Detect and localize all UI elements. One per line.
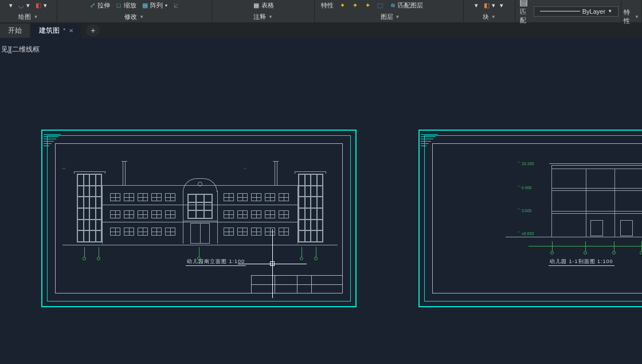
tool-match-layer[interactable]: ≋匹配图层 — [387, 1, 425, 10]
block-dd3[interactable]: ▾ — [498, 2, 505, 9]
model-viewport[interactable]: 见][二维线框 — [0, 38, 642, 364]
block-dd2[interactable]: ◧▾ — [481, 1, 497, 9]
panel-block-tools: ▾ ◧▾ ▾ — [473, 0, 505, 10]
layer-tool-2[interactable]: ✦ — [349, 1, 361, 9]
panel-modify-tools: ⤢拉伸 □缩放 ▦阵列▾ ⟀ — [87, 0, 182, 10]
match-props-label[interactable]: 匹配 — [520, 7, 528, 25]
panel-draw: ▾ ◡▾ ◧▾ 绘图▼ — [0, 0, 57, 22]
panel-layers: 特性 ✦ ✦ ✦ ⬚ ≋匹配图层 图层▼ — [315, 0, 464, 22]
tab-start-label: 开始 — [8, 26, 22, 36]
panel-layers-tools: 特性 ✦ ✦ ✦ ⬚ ≋匹配图层 — [319, 0, 425, 10]
tab-start[interactable]: 开始 — [0, 24, 30, 38]
linetype-selector[interactable]: ByLayer ▼ — [534, 6, 618, 17]
frame2-corner-hatch — [421, 132, 438, 149]
panel-draw-label[interactable]: 绘图▼ — [18, 11, 38, 22]
linetype-value: ByLayer — [582, 8, 605, 15]
building-elevation: ⏜ ⏜ ⏜ — [65, 168, 335, 245]
ribbon-toolbar: ▾ ◡▾ ◧▾ 绘图▼ ⤢拉伸 □缩放 ▦阵列▾ ⟀ 修改▼ ▦表格 注释▼ 特… — [0, 0, 642, 23]
drawing2-caption: 幼儿园 1-1剖面图 1:100 — [549, 258, 614, 266]
panel-draw-tools: ▾ ◡▾ ◧▾ — [7, 0, 49, 10]
tab-drawing[interactable]: 建筑图* ✕ — [31, 24, 81, 38]
tool-misc-icon[interactable]: ◧▾ — [33, 1, 49, 9]
tool-stretch[interactable]: ⤢拉伸 — [87, 1, 112, 10]
panel-block-label[interactable]: 块▼ — [483, 11, 496, 22]
tool-mirror-icon[interactable]: ⟀ — [170, 1, 182, 9]
match-props-icon[interactable]: ▤ — [520, 0, 528, 6]
tool-scale[interactable]: □缩放 — [113, 1, 138, 10]
panel-properties: ▤ 匹配 ByLayer ▼ — [515, 0, 621, 22]
panel-props-label[interactable]: 特性▼ — [624, 11, 639, 22]
tab-close-icon[interactable]: ✕ — [69, 28, 73, 34]
block-dd1[interactable]: ▾ — [473, 2, 480, 9]
drawing1-titleblock — [251, 275, 343, 293]
view-style-label[interactable]: 见][二维线框 — [1, 45, 40, 54]
layer-tool-3[interactable]: ✦ — [362, 1, 373, 9]
building-section: ⏜ 10.200 ⏜ 6.900 ⏜ 3.600 ⏜ ±0.000 — [500, 165, 642, 251]
drawing-frame-2: ⏜ 10.200 ⏜ 6.900 ⏜ 3.600 ⏜ ±0.000 幼儿园 1-… — [418, 130, 642, 307]
tool-array[interactable]: ▦阵列▾ — [139, 1, 169, 10]
drawing-frame-1: ⏜ ⏜ ⏜ 幼儿园南立面图 1:100 — [41, 130, 357, 307]
tool-arc-icon[interactable]: ◡▾ — [15, 1, 32, 9]
panel-annotate-tools: ▦表格 — [250, 0, 276, 10]
layers-props-label: 特性 — [319, 1, 335, 10]
panel-annotate-label[interactable]: 注释▼ — [253, 11, 273, 22]
tab-drawing-label: 建筑图 — [39, 26, 60, 36]
drawing1-caption: 幼儿园南立面图 1:100 — [186, 258, 246, 266]
document-tabbar: 开始 建筑图* ✕ + — [0, 23, 642, 38]
panel-props-tail: 特性▼ — [621, 0, 642, 22]
panel-layers-label[interactable]: 图层▼ — [381, 11, 400, 22]
frame1-corner-hatch — [44, 132, 61, 149]
layer-tool-1[interactable]: ✦ — [336, 1, 348, 9]
panel-modify-label[interactable]: 修改▼ — [124, 11, 144, 22]
tool-table[interactable]: ▦表格 — [250, 1, 276, 10]
layer-tool-4[interactable]: ⬚ — [374, 1, 386, 9]
new-tab-button[interactable]: + — [86, 25, 100, 36]
tool-dd1[interactable]: ▾ — [7, 2, 14, 9]
panel-annotate: ▦表格 注释▼ — [212, 0, 315, 22]
panel-block: ▾ ◧▾ ▾ 块▼ — [464, 0, 515, 22]
tab-dirty-indicator: * — [63, 27, 65, 34]
panel-modify: ⤢拉伸 □缩放 ▦阵列▾ ⟀ 修改▼ — [57, 0, 212, 22]
